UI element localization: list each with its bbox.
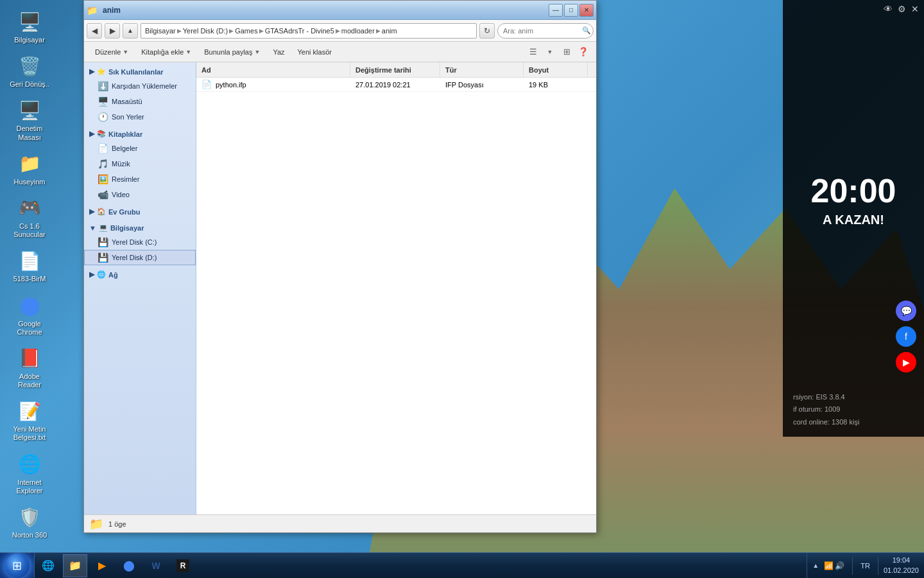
overlay-eye-button[interactable]: 👁	[884, 4, 893, 14]
view-dropdown-button[interactable]: ▼	[542, 44, 558, 60]
sidebar-item-muzik[interactable]: 🎵 Müzik	[84, 156, 196, 171]
bilgisayar-section-header[interactable]: ▼ 💻 Bilgisayar	[84, 221, 196, 234]
huseyinm-label: Huseyinm	[14, 178, 46, 186]
sidebar-item-karsidan[interactable]: ⬇️ Karşıdan Yüklemeler	[84, 78, 196, 94]
overlay-close-button[interactable]: ✕	[911, 4, 919, 14]
ag-section-chevron-icon: ▶	[89, 270, 94, 279]
taskbar-clock[interactable]: 19:04 01.02.2020	[884, 556, 919, 575]
geri-donusum-label: Geri Dönüş..	[10, 80, 49, 89]
sidebar-item-son-yerler[interactable]: 🕐 Son Yerler	[84, 109, 196, 125]
desktop-icon-huseyinm[interactable]: 📁 Huseyinm	[6, 148, 53, 189]
geri-donusum-icon: 🗑️	[17, 53, 42, 79]
notification-triangle[interactable]: ▲	[812, 562, 819, 569]
col-header-name[interactable]: Ad	[196, 62, 350, 77]
path-anim[interactable]: anim	[382, 27, 397, 35]
sidebar-item-belgeler[interactable]: 📄 Belgeler	[84, 141, 196, 156]
ie-icon: 🌐	[17, 451, 42, 477]
path-modloader[interactable]: modloader	[341, 27, 375, 35]
youtube-button[interactable]: ▶	[896, 352, 916, 372]
taskbar-word[interactable]: W	[144, 554, 168, 577]
path-disk-d[interactable]: Yerel Disk (D:)	[183, 27, 228, 35]
file-row-python[interactable]: 📄 python.ifp 27.01.2019 02:21 IFP Dosyas…	[196, 78, 596, 92]
address-path[interactable]: Bilgisayar ▶ Yerel Disk (D:) ▶ Games ▶ G…	[141, 23, 477, 39]
bununla-paylas-button[interactable]: Bununla paylaş ▼	[198, 44, 266, 60]
duzenle-button[interactable]: Düzenle ▼	[89, 44, 134, 60]
up-button[interactable]: ▲	[123, 23, 138, 39]
search-icon[interactable]: 🔍	[582, 26, 591, 35]
desktop-icon-bilgisayar[interactable]: 🖥️ Bilgisayar	[6, 6, 53, 47]
window-controls: — □ ✕	[549, 4, 594, 17]
discord-button[interactable]: 💬	[896, 301, 916, 321]
overlay-social: 💬 f ▶	[896, 301, 916, 372]
sidebar-item-disk-c[interactable]: 💾 Yerel Disk (C:)	[84, 234, 196, 250]
forward-button[interactable]: ▶	[105, 23, 120, 39]
yeni-klasor-button[interactable]: Yeni klasör	[292, 44, 338, 60]
sik-kullanilanlar-star-icon: ⭐	[97, 67, 106, 76]
desktop-icon-adobe-reader[interactable]: 📕 Adobe Reader	[6, 343, 53, 392]
view-toggle-button[interactable]: ☰	[526, 44, 541, 60]
desktop-icon-norton-360[interactable]: 🛡️ Norton 360	[6, 502, 53, 542]
sidebar-item-disk-d[interactable]: 💾 Yerel Disk (D:)	[84, 250, 196, 265]
desktop-icon-ie[interactable]: 🌐 Internet Explorer	[6, 449, 53, 498]
minimize-button[interactable]: —	[549, 4, 563, 17]
ag-section-header[interactable]: ▶ 🌐 Ağ	[84, 268, 196, 281]
sidebar-item-video[interactable]: 📹 Video	[84, 187, 196, 202]
taskbar-ie[interactable]: 🌐	[36, 554, 60, 577]
taskbar-chrome[interactable]: ⬤	[117, 554, 141, 577]
taskbar-separator-2	[878, 557, 878, 575]
toolbar-right: ☰ ▼ ⊞ ❓	[526, 44, 591, 60]
overlay-slogan: A KAZAN!	[823, 213, 884, 227]
path-games[interactable]: Games	[235, 27, 257, 35]
taskbar-media[interactable]: ▶	[90, 554, 114, 577]
karsidan-icon: ⬇️	[98, 81, 108, 91]
back-button[interactable]: ◀	[87, 23, 102, 39]
close-button[interactable]: ✕	[579, 4, 594, 17]
ev-grubu-header[interactable]: ▶ 🏠 Ev Grubu	[84, 205, 196, 218]
sidebar-section-sik: ▶ ⭐ Sık Kullanılanlar ⬇️ Karşıdan Yüklem…	[84, 65, 196, 125]
tray-network-icon[interactable]: 📶	[824, 561, 834, 570]
adobe-reader-label: Adobe Reader	[9, 372, 50, 389]
overlay-online: cord online: 1308 kişi	[793, 416, 914, 429]
taskbar-explorer[interactable]: 📁	[63, 554, 87, 577]
taskbar-r[interactable]: R	[171, 554, 195, 577]
path-gtasa[interactable]: GTASAdrsTr - Divine5	[265, 27, 334, 35]
desktop-icon-yeni-metin[interactable]: 📝 Yeni Metin Belgesi.txt	[6, 396, 53, 444]
file-list-header: Ad Değiştirme tarihi Tür Boyut	[196, 62, 596, 78]
kitapliga-ekle-button[interactable]: Kitaplığa ekle ▼	[135, 44, 197, 60]
tray-speaker-icon[interactable]: 🔊	[835, 561, 844, 570]
col-header-type[interactable]: Tür	[440, 62, 524, 77]
overlay-footer: rsiyon: EIS 3.8.4 if oturum: 1009 cord o…	[783, 383, 924, 437]
kitapliklar-header[interactable]: ▶ 📚 Kitaplıklar	[84, 127, 196, 141]
start-button[interactable]	[0, 553, 35, 579]
file-name-cell: 📄 python.ifp	[196, 78, 350, 91]
taskbar-separator	[852, 557, 853, 575]
desktop-icon-geri-donusum[interactable]: 🗑️ Geri Dönüş..	[6, 51, 53, 91]
sidebar-section-kitapliklar: ▶ 📚 Kitaplıklar 📄 Belgeler 🎵 Müzik 🖼️	[84, 127, 196, 202]
desktop-icons-grid: 🖥️ Bilgisayar 🗑️ Geri Dönüş.. 🖥️ Denetim…	[6, 6, 55, 578]
taskbar-ie-icon: 🌐	[42, 559, 55, 572]
facebook-button[interactable]: f	[896, 326, 916, 347]
path-bilgisayar[interactable]: Bilgisayar	[145, 27, 176, 35]
sidebar-item-masaustu[interactable]: 🖥️ Masaüstü	[84, 94, 196, 109]
chrome-label: Google Chrome	[9, 320, 50, 337]
yaz-button[interactable]: Yaz	[267, 44, 290, 60]
desktop-icon-cs16[interactable]: 🎮 Cs 1.6 Sunucular	[6, 193, 53, 241]
search-input[interactable]	[497, 23, 594, 39]
cs16-icon: 🎮	[17, 195, 42, 221]
refresh-button[interactable]: ↻	[479, 23, 495, 39]
pane-toggle-button[interactable]: ⊞	[559, 44, 574, 60]
desktop-icon-denetim[interactable]: 🖥️ Denetim Masası	[6, 95, 53, 144]
tray-icons: 📶 🔊	[821, 561, 847, 570]
sik-kullanilanlar-header[interactable]: ▶ ⭐ Sık Kullanılanlar	[84, 65, 196, 78]
col-header-date[interactable]: Değiştirme tarihi	[350, 62, 440, 77]
col-header-size[interactable]: Boyut	[524, 62, 588, 77]
help-button[interactable]: ❓	[576, 44, 591, 60]
overlay-version: rsiyon: EIS 3.8.4	[793, 391, 914, 404]
sidebar-item-resimler[interactable]: 🖼️ Resimler	[84, 171, 196, 187]
overlay-gear-button[interactable]: ⚙	[898, 4, 906, 14]
desktop-icon-5183[interactable]: 📄 5183-BirM	[6, 245, 53, 286]
python-file-icon: 📄	[201, 80, 212, 89]
desktop-icon-chrome[interactable]: ⬤ Google Chrome	[6, 290, 53, 339]
file-list: Ad Değiştirme tarihi Tür Boyut	[196, 62, 596, 514]
maximize-button[interactable]: □	[564, 4, 578, 17]
